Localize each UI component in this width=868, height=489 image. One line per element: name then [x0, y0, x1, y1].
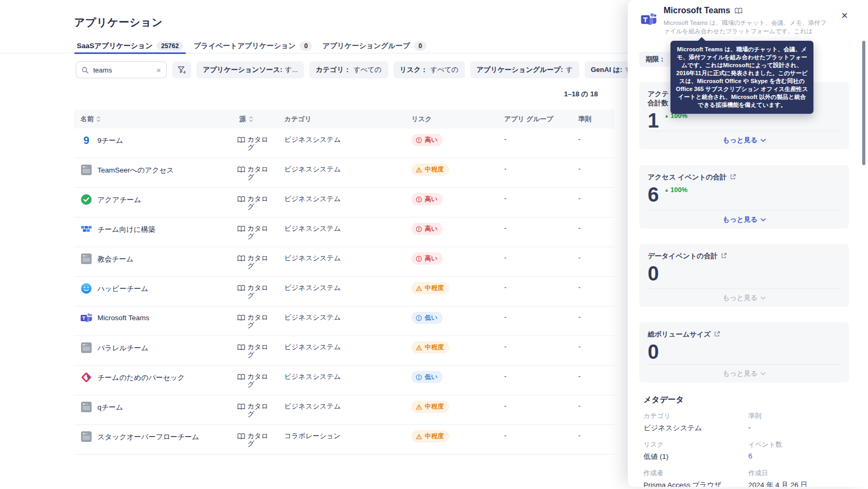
close-icon[interactable]: ✕	[841, 12, 848, 20]
source-cell: カタログ	[233, 366, 278, 395]
app-name-cell[interactable]: 9 9チーム	[74, 129, 233, 158]
risk-badge: 高い	[411, 252, 443, 265]
column-header-compliance[interactable]: 準則	[572, 115, 614, 124]
risk-level-icon	[416, 137, 422, 143]
app-icon	[80, 342, 92, 354]
stat-value-row: 0 ▲	[648, 263, 840, 284]
source-cell: カタログ	[233, 247, 278, 276]
table-row[interactable]: チームのためのパーセック カタログ ビジネスシステム 低い - -	[74, 366, 614, 395]
table-row[interactable]: チーム向けに構築 カタログ ビジネスシステム 高い - -	[74, 218, 614, 247]
tab[interactable]: プライベートアプリケーション 0	[194, 38, 312, 53]
svg-text:4: 4	[183, 70, 186, 75]
catalog-icon	[237, 314, 245, 321]
external-link-icon[interactable]	[714, 331, 720, 337]
metadata-field: カテゴリ ビジネスシステム	[643, 412, 748, 433]
risk-cell: 高い	[405, 188, 498, 217]
table-row[interactable]: パラレルチーム カタログ ビジネスシステム 中程度 - -	[74, 336, 614, 366]
app-icon	[80, 164, 92, 176]
compliance-cell: -	[572, 247, 614, 276]
app-group-cell: -	[498, 188, 572, 217]
category-cell: ビジネスシステム	[278, 247, 405, 276]
column-header-name[interactable]: 名前	[74, 115, 233, 124]
chevron-down-icon	[760, 215, 766, 223]
risk-level-icon	[416, 196, 422, 203]
filter-chip[interactable]: アプリケーションソース: す...	[196, 61, 304, 78]
risk-label: 低い	[425, 373, 437, 382]
source-cell: カタログ	[233, 188, 278, 217]
metadata-value: -	[748, 423, 851, 431]
app-name-cell[interactable]: チーム向けに構築	[74, 218, 233, 247]
source-cell: カタログ	[233, 158, 278, 187]
app-name-cell[interactable]: qチーム	[74, 395, 233, 424]
search-box[interactable]: ×	[76, 61, 167, 78]
filter-chip[interactable]: カテゴリ： すべての	[309, 61, 388, 78]
app-name: チーム向けに構築	[97, 225, 155, 234]
stat-value-row: 6 ▲ 100%	[648, 184, 840, 205]
app-name-cell[interactable]: アクアチーム	[74, 188, 233, 217]
metadata-value: ビジネスシステム	[643, 423, 748, 433]
search-input[interactable]	[92, 66, 153, 75]
app-group-cell: -	[498, 247, 572, 276]
risk-badge: 高い	[411, 223, 443, 235]
app-name: チームのためのパーセック	[97, 373, 185, 383]
filter-chip-label: アプリケーションソース:	[203, 65, 282, 75]
metadata-label: イベント数	[748, 440, 851, 449]
tab-label: アプリケーショングループ	[323, 41, 410, 51]
tab-label: プライベートアプリケーション	[194, 41, 296, 51]
column-header-category[interactable]: カテゴリ	[278, 115, 405, 124]
app-name-cell[interactable]: スタックオーバーフローチーム	[74, 425, 233, 454]
risk-label: 低い	[425, 313, 437, 322]
panel-scrollbar[interactable]	[862, 41, 865, 165]
external-link-icon[interactable]	[721, 252, 727, 259]
stat-value: 0	[648, 341, 659, 363]
table-row[interactable]: 教会チーム カタログ ビジネスシステム 高い - -	[74, 247, 614, 277]
risk-cell: 高い	[405, 129, 498, 158]
sort-icon[interactable]	[96, 116, 101, 122]
metadata-field: リスク 低値 (1)	[643, 440, 748, 461]
applications-table: 名前 源 カテゴリ リスク アプリ グループ 準則 9 9チーム	[74, 110, 614, 455]
tab[interactable]: アプリケーショングループ 0	[323, 38, 426, 53]
source-cell: カタログ	[233, 129, 278, 158]
sort-icon[interactable]	[249, 116, 253, 122]
search-icon	[82, 67, 88, 74]
risk-cell: 高い	[405, 218, 498, 247]
risk-cell: 中程度	[405, 277, 498, 306]
show-more-link[interactable]: もっと見る	[648, 288, 840, 303]
table-row[interactable]: Microsoft Teams カタログ ビジネスシステム 低い - -	[74, 306, 614, 336]
table-row[interactable]: TeamSeerへのアクセス カタログ ビジネスシステム 中程度 - -	[74, 158, 614, 188]
compliance-cell: -	[572, 129, 614, 158]
clear-search-icon[interactable]: ×	[156, 66, 161, 74]
risk-cell: 高い	[405, 247, 498, 276]
app-name-cell[interactable]: TeamSeerへのアクセス	[74, 158, 233, 187]
app-name: ハッピーチーム	[97, 284, 148, 294]
filter-chip[interactable]: リスク： すべての	[393, 61, 465, 78]
column-header-source[interactable]: 源	[233, 115, 278, 124]
show-more-link[interactable]: もっと見る	[648, 131, 840, 145]
column-header-risk[interactable]: リスク	[405, 115, 498, 124]
catalog-icon[interactable]	[735, 7, 742, 14]
show-more-link[interactable]: もっと見る	[648, 210, 840, 224]
table-row[interactable]: スタックオーバーフローチーム カタログ コラボレーション 中程度 - -	[74, 425, 614, 455]
metadata-label: 準則	[748, 412, 851, 421]
metadata-value: 低値 (1)	[643, 452, 748, 461]
table-row[interactable]: アクアチーム カタログ ビジネスシステム 高い - -	[74, 188, 614, 218]
app-group-cell: -	[498, 425, 572, 454]
app-name-cell[interactable]: Microsoft Teams	[74, 306, 233, 336]
show-more-link[interactable]: もっと見る	[648, 364, 840, 378]
risk-cell: 低い	[405, 366, 498, 395]
category-cell: ビジネスシステム	[278, 336, 405, 365]
external-link-icon[interactable]	[730, 174, 736, 180]
column-header-app-group[interactable]: アプリ グループ	[498, 115, 572, 124]
table-row[interactable]: 9 9チーム カタログ ビジネスシステム 高い - -	[74, 129, 614, 158]
filter-funnel-button[interactable]: 4	[172, 61, 191, 78]
app-group-cell: -	[498, 158, 572, 187]
table-row[interactable]: qチーム カタログ ビジネスシステム 中程度 - -	[74, 395, 614, 425]
app-name-cell[interactable]: 教会チーム	[74, 247, 233, 276]
app-name-cell[interactable]: パラレルチーム	[74, 336, 233, 365]
app-name-cell[interactable]: ハッピーチーム	[74, 277, 233, 306]
table-row[interactable]: ハッピーチーム カタログ ビジネスシステム 中程度 - -	[74, 277, 614, 306]
risk-label: 中程度	[425, 165, 444, 174]
filter-chip[interactable]: アプリケーショングループ: す	[470, 61, 579, 78]
tab[interactable]: SaaSアプリケーション 25762	[77, 38, 183, 53]
app-name-cell[interactable]: チームのためのパーセック	[74, 366, 233, 395]
